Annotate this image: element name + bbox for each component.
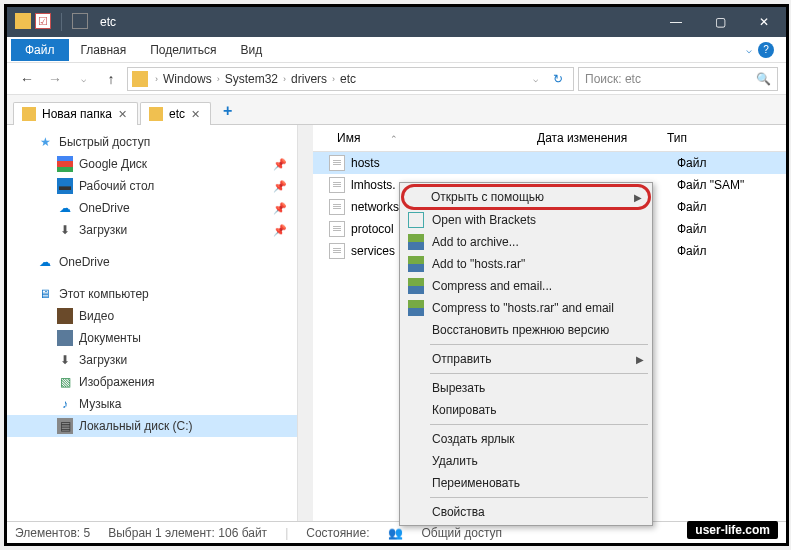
ctx-copy[interactable]: Копировать	[402, 399, 650, 421]
ctx-add-hosts-rar[interactable]: Add to "hosts.rar"	[402, 253, 650, 275]
sort-indicator-icon: ⌃	[390, 134, 398, 144]
minimize-button[interactable]: —	[654, 7, 698, 37]
onedrive-icon: ☁	[57, 200, 73, 216]
ctx-properties[interactable]: Свойства	[402, 501, 650, 523]
folder-tab[interactable]: Новая папка ✕	[13, 102, 138, 125]
ctx-create-shortcut[interactable]: Создать ярлык	[402, 428, 650, 450]
explorer-window: ☑ etc — ▢ ✕ Файл Главная Поделиться Вид …	[4, 4, 789, 546]
chevron-right-icon[interactable]: ›	[280, 74, 289, 84]
search-box[interactable]: Поиск: etc 🔍	[578, 67, 778, 91]
divider	[61, 13, 62, 31]
status-shared: Общий доступ	[421, 526, 502, 540]
tab-label: Новая папка	[42, 107, 112, 121]
ctx-restore-prev[interactable]: Восстановить прежнюю версию	[402, 319, 650, 341]
forward-button[interactable]: →	[43, 67, 67, 91]
file-name: hosts	[351, 156, 547, 170]
sidebar-label: OneDrive	[79, 201, 130, 215]
sidebar-quick-access[interactable]: ★ Быстрый доступ	[7, 131, 297, 153]
ctx-open-with[interactable]: Открыть с помощью▶	[401, 184, 651, 210]
sidebar-label: Документы	[79, 331, 141, 345]
sidebar-item-desktop[interactable]: ▬Рабочий стол📌	[7, 175, 297, 197]
chevron-right-icon[interactable]: ›	[152, 74, 161, 84]
address-dropdown[interactable]: ⌵	[523, 67, 547, 91]
path-segment[interactable]: drivers	[289, 72, 329, 86]
ribbon-tab-share[interactable]: Поделиться	[138, 39, 228, 61]
ribbon-tab-view[interactable]: Вид	[228, 39, 274, 61]
download-icon: ⬇	[57, 352, 73, 368]
folder-tab-active[interactable]: etc ✕	[140, 102, 211, 125]
status-bar: Элементов: 5 Выбран 1 элемент: 106 байт …	[7, 521, 786, 543]
ribbon-tab-home[interactable]: Главная	[69, 39, 139, 61]
star-icon: ★	[37, 134, 53, 150]
pin-icon: 📌	[273, 158, 287, 171]
column-header-type[interactable]: Тип	[667, 131, 786, 145]
sidebar-item-pictures[interactable]: ▧Изображения	[7, 371, 297, 393]
brackets-icon	[408, 212, 424, 228]
chevron-right-icon: ▶	[634, 192, 642, 203]
ctx-rename[interactable]: Переименовать	[402, 472, 650, 494]
share-icon: 👥	[387, 525, 403, 541]
close-tab-icon[interactable]: ✕	[191, 108, 200, 121]
pin-icon: 📌	[273, 224, 287, 237]
sidebar-item-google-drive[interactable]: Google Диск📌	[7, 153, 297, 175]
path-segment[interactable]: etc	[338, 72, 358, 86]
chevron-right-icon[interactable]: ›	[214, 74, 223, 84]
sidebar-item-downloads[interactable]: ⬇Загрузки	[7, 349, 297, 371]
sidebar-item-onedrive[interactable]: ☁OneDrive📌	[7, 197, 297, 219]
separator	[430, 497, 648, 498]
video-icon	[57, 308, 73, 324]
ctx-send-to[interactable]: Отправить▶	[402, 348, 650, 370]
sidebar-label: Изображения	[79, 375, 154, 389]
ctx-cut[interactable]: Вырезать	[402, 377, 650, 399]
file-menu[interactable]: Файл	[11, 39, 69, 61]
status-selection: Выбран 1 элемент: 106 байт	[108, 526, 267, 540]
disk-icon: ▤	[57, 418, 73, 434]
file-row[interactable]: hostsФайл	[313, 152, 786, 174]
ctx-compress-email[interactable]: Compress and email...	[402, 275, 650, 297]
address-bar[interactable]: › Windows › System32 › drivers › etc ⌵ ↻	[127, 67, 574, 91]
document-icon	[57, 330, 73, 346]
back-button[interactable]: ←	[15, 67, 39, 91]
close-button[interactable]: ✕	[742, 7, 786, 37]
sidebar-onedrive[interactable]: ☁OneDrive	[7, 251, 297, 273]
ribbon-tabs: Файл Главная Поделиться Вид ⌵ ?	[7, 37, 786, 63]
recent-dropdown[interactable]: ⌵	[71, 67, 95, 91]
sidebar-item-music[interactable]: ♪Музыка	[7, 393, 297, 415]
sidebar-item-downloads[interactable]: ⬇Загрузки📌	[7, 219, 297, 241]
sidebar-label: Загрузки	[79, 353, 127, 367]
file-icon	[329, 177, 345, 193]
column-header-name[interactable]: Имя⌃	[317, 131, 537, 145]
search-placeholder: Поиск: etc	[585, 72, 641, 86]
ctx-compress-hosts-email[interactable]: Compress to "hosts.rar" and email	[402, 297, 650, 319]
ctx-add-archive[interactable]: Add to archive...	[402, 231, 650, 253]
sidebar-this-pc[interactable]: 🖥Этот компьютер	[7, 283, 297, 305]
sidebar-item-documents[interactable]: Документы	[7, 327, 297, 349]
sidebar-item-local-disk[interactable]: ▤Локальный диск (C:)	[7, 415, 297, 437]
path-segment[interactable]: System32	[223, 72, 280, 86]
qat-icon[interactable]: ☑	[35, 13, 51, 29]
file-icon	[329, 199, 345, 215]
folder-icon	[132, 71, 148, 87]
maximize-button[interactable]: ▢	[698, 7, 742, 37]
column-header-date[interactable]: Дата изменения	[537, 131, 667, 145]
context-menu: Открыть с помощью▶ Open with Brackets Ad…	[399, 182, 653, 526]
add-tab-button[interactable]: +	[213, 98, 242, 124]
folder-tabs: Новая папка ✕ etc ✕ +	[7, 95, 786, 125]
chevron-right-icon[interactable]: ›	[329, 74, 338, 84]
path-segment[interactable]: Windows	[161, 72, 214, 86]
up-button[interactable]: ↑	[99, 67, 123, 91]
sidebar-scrollbar[interactable]	[297, 125, 313, 521]
ctx-open-brackets[interactable]: Open with Brackets	[402, 209, 650, 231]
refresh-button[interactable]: ↻	[547, 72, 569, 86]
navigation-bar: ← → ⌵ ↑ › Windows › System32 › drivers ›…	[7, 63, 786, 95]
winrar-icon	[408, 234, 424, 250]
close-tab-icon[interactable]: ✕	[118, 108, 127, 121]
sidebar-item-videos[interactable]: Видео	[7, 305, 297, 327]
pictures-icon: ▧	[57, 374, 73, 390]
ctx-delete[interactable]: Удалить	[402, 450, 650, 472]
folder-icon	[149, 107, 163, 121]
winrar-icon	[408, 256, 424, 272]
expand-ribbon-icon[interactable]: ⌵	[746, 44, 752, 55]
file-type: Файл	[677, 244, 707, 258]
help-button[interactable]: ?	[758, 42, 774, 58]
